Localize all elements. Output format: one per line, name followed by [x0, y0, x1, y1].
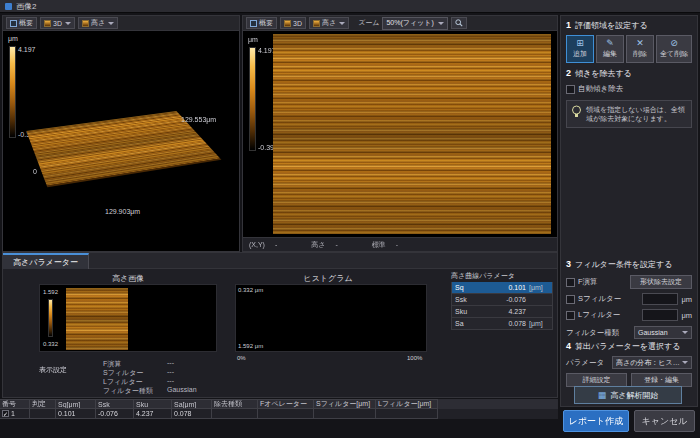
step-2-number: 2 [566, 68, 571, 78]
height-parameters-panel: 高さパラメーター 高さ画像 1.592 0.332 ヒストグラム 0.332 μ… [2, 252, 558, 398]
l-filter-label: Lフィルター [578, 310, 620, 320]
thumb-scale-max: 1.592 [43, 289, 58, 295]
chevron-down-icon [339, 22, 345, 25]
title-bar: 画像2 [0, 0, 700, 13]
histogram-chart[interactable]: 0.332 μm 1.592 μm [235, 284, 427, 352]
create-report-button[interactable]: レポート作成 [563, 410, 629, 432]
cube-icon [284, 20, 291, 27]
auto-tilt-label: 自動傾き除去 [578, 84, 623, 94]
steps-panel: 1 評価領域を設定する ⊞ 追加 ✎ 編集 ✕ 削除 ⊘ 全て削除 [560, 15, 698, 407]
f-operation-label: F演算 [578, 277, 598, 287]
axis-y-extent: 129.553μm [181, 116, 216, 123]
height-image-viewport[interactable]: 1.592 0.332 [39, 284, 217, 352]
filter-type-label: フィルター種類 [566, 328, 619, 338]
param-row-sq[interactable]: Sq 0.101 [μm] [451, 282, 553, 294]
chevron-down-icon [682, 361, 688, 364]
chevron-down-icon [438, 22, 444, 25]
f-operation-checkbox[interactable] [566, 278, 575, 287]
color-scale-bar [249, 47, 256, 151]
view-3d-panel: 概要 3D 高さ μm 4.197 -0.395 129.553μm 129.9… [2, 15, 240, 252]
results-table-row[interactable]: ✓ 1 0.101 -0.076 4.237 0.078 [0, 409, 558, 419]
s-filter-input[interactable] [642, 293, 678, 305]
overview-button[interactable]: 概要 [246, 17, 277, 29]
hist-y-top-label: 0.332 μm [238, 287, 263, 293]
results-table-header: 番号 判定 Sq[μm] Ssk Sku Sa[μm] 除去種類 Fオペレーター… [0, 399, 558, 409]
params-title: 高さ曲線パラメータ [451, 271, 553, 282]
delete-icon: ✕ [636, 39, 644, 48]
cancel-button[interactable]: キャンセル [634, 410, 695, 432]
hist-x-max-label: 100% [407, 355, 422, 361]
surface-2d-image[interactable] [273, 34, 551, 234]
status-xy-label: (X,Y) [249, 241, 265, 248]
step-4-section: 4 算出パラメーターを選択する パラメータ 高さの分布：ヒストグラム 詳細設定 … [566, 341, 692, 387]
status-mode-label: 標準 [372, 240, 386, 250]
shape-removal-settings-button[interactable]: 形状除去設定 [630, 275, 692, 289]
app-window: 画像2 概要 3D 高さ μm 4.197 -0.395 129.553μm [0, 0, 700, 438]
hint-text: 領域を指定しない場合は、全領域が除去対象になります。 [586, 105, 687, 123]
colorbar-unit: μm [8, 35, 18, 42]
axis-origin: 0 [33, 168, 37, 175]
height-mode-button[interactable]: 高さ [309, 17, 349, 29]
axis-x-extent: 129.903μm [105, 208, 140, 215]
zoom-select[interactable]: 50%(フィット) [382, 17, 448, 30]
step-2-section: 2 傾きを除去する 自動傾き除去 領域を指定しない場合は、全領域が除去対象になり… [566, 68, 692, 128]
tab-height-parameters[interactable]: 高さパラメーター [3, 253, 89, 269]
view-3d-mode-button[interactable]: 3D [280, 17, 306, 29]
add-region-icon: ⊞ [576, 39, 584, 48]
hist-y-bottom-label: 1.592 μm [238, 343, 263, 349]
l-filter-checkbox[interactable] [566, 311, 575, 320]
step-1-title: 評価領域を設定する [575, 20, 648, 31]
param-row-sku[interactable]: Sku 4.237 [451, 306, 553, 318]
region-add-button[interactable]: ⊞ 追加 [566, 35, 594, 63]
step-3-number: 3 [566, 259, 571, 269]
height-curve-parameters: 高さ曲線パラメータ Sq 0.101 [μm] Ssk -0.076 Sku 4… [451, 271, 553, 330]
view-3d-mode-button[interactable]: 3D [40, 17, 75, 29]
overview-button[interactable]: 概要 [6, 17, 37, 29]
step-2-title: 傾きを除去する [575, 68, 632, 79]
detail-settings-button[interactable]: 詳細設定 [566, 373, 627, 387]
param-row-sa[interactable]: Sa 0.078 [μm] [451, 318, 553, 330]
start-height-analysis-button[interactable]: ▦ 高さ解析開始 [574, 386, 682, 404]
grid-icon: ▦ [598, 390, 607, 400]
l-filter-input[interactable] [642, 309, 678, 321]
magnifier-icon [455, 19, 463, 27]
param-row-ssk[interactable]: Ssk -0.076 [451, 294, 553, 306]
bottom-tab-bar: 高さパラメーター [3, 253, 557, 269]
register-edit-button[interactable]: 登録・編集 [631, 373, 692, 387]
region-delete-all-button[interactable]: ⊘ 全て削除 [656, 35, 692, 63]
magnifier-button[interactable] [451, 17, 467, 29]
row-checkbox[interactable]: ✓ [2, 410, 9, 417]
app-icon [5, 3, 12, 10]
overview-icon [250, 20, 257, 27]
delete-all-icon: ⊘ [670, 39, 678, 48]
display-setting-row: フィルター種類 Gaussian [103, 386, 197, 396]
view-3d-toolbar: 概要 3D 高さ [3, 16, 239, 31]
hist-x-min-label: 0% [237, 355, 246, 361]
step-3-title: フィルター条件を設定する [575, 259, 672, 270]
histogram-label: ヒストグラム [243, 273, 413, 284]
s-filter-unit: μm [681, 295, 692, 304]
l-filter-unit: μm [681, 311, 692, 320]
region-delete-button[interactable]: ✕ 削除 [626, 35, 654, 63]
status-mode-value: - [396, 241, 398, 248]
hint-box: 領域を指定しない場合は、全領域が除去対象になります。 [566, 100, 692, 128]
height-mode-button[interactable]: 高さ [78, 17, 118, 29]
parameter-label: パラメータ [566, 358, 604, 368]
step-4-number: 4 [566, 341, 571, 351]
status-height-value: - [335, 241, 337, 248]
region-edit-button[interactable]: ✎ 編集 [596, 35, 624, 63]
status-height-label: 高さ [311, 240, 325, 250]
height-image-thumbnail[interactable] [66, 288, 128, 350]
step-1-section: 1 評価領域を設定する ⊞ 追加 ✎ 編集 ✕ 削除 ⊘ 全て削除 [566, 20, 692, 63]
auto-tilt-checkbox[interactable] [566, 85, 575, 94]
height-image-label: 高さ画像 [43, 273, 213, 284]
parameter-select[interactable]: 高さの分布：ヒストグラム [612, 356, 692, 369]
thumb-color-scale [48, 299, 53, 337]
zoom-label: ズーム [358, 18, 379, 28]
cube-icon [44, 20, 51, 27]
filter-type-select[interactable]: Gaussian [634, 326, 692, 339]
window-title: 画像2 [16, 1, 36, 12]
s-filter-checkbox[interactable] [566, 295, 575, 304]
s-filter-label: Sフィルター [578, 294, 621, 304]
lightbulb-icon [571, 105, 582, 120]
